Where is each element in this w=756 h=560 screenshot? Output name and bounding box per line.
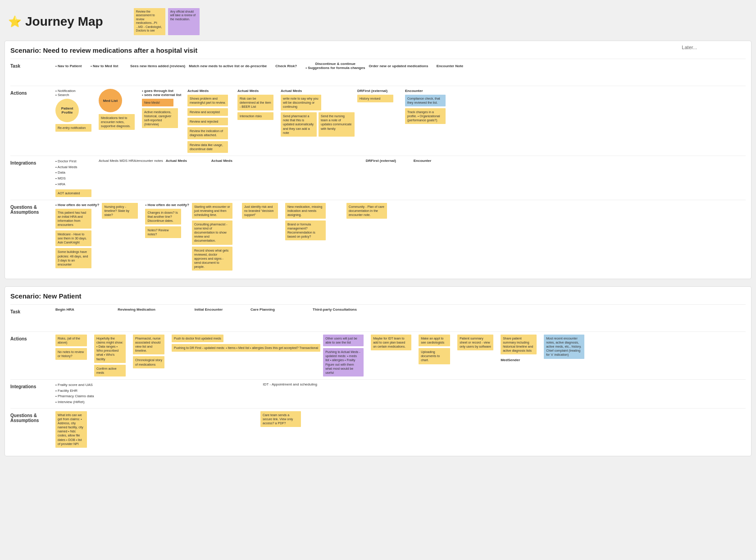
actions-col-match-meds: Actual Meds Shows problem and meaningful… bbox=[187, 89, 235, 153]
questions-row-1: Questions & Assumptions • How often do w… bbox=[10, 200, 746, 273]
task-content-1: • Nav to Patient • Nav to Med list Sees … bbox=[55, 62, 746, 70]
task-content-2: Begin HRA Reviewing Medication Initial E… bbox=[55, 308, 746, 312]
q-col-7: Community - Plan of care documentation i… bbox=[346, 203, 392, 219]
sticky-aot: AOT automated bbox=[55, 189, 91, 197]
q2-col-6: Care team sends a secure link. View only… bbox=[260, 411, 305, 427]
sticky-patient-hra: This patient has had an initial HRA and … bbox=[55, 209, 91, 229]
sticky-make-appt: Make an appt to see cardiologists bbox=[419, 335, 450, 346]
task2-item: Initial Encounter bbox=[182, 308, 236, 312]
q-text-3: • How often do we notify? bbox=[145, 203, 189, 207]
sticky-starting: Starting with encounter or just reviewin… bbox=[192, 203, 232, 219]
act2-col-third2: Patient summary sheet or record - view o… bbox=[457, 335, 498, 350]
actions-label-1: Actions bbox=[10, 89, 55, 96]
q-col-3: • How often do we notify? Changes in dos… bbox=[145, 203, 189, 238]
col-header: Actual Meds bbox=[187, 89, 209, 93]
actions-col-nav-patient: • Notification• Search Patient Profile R… bbox=[55, 89, 96, 132]
task2-item: Reviewing Medication bbox=[96, 308, 177, 312]
sticky-uploading: Uploading documents to chart. bbox=[419, 348, 450, 364]
scenario-2-title: Scenario: New Patient bbox=[10, 292, 746, 300]
sticky-review-diagnosis: Review the indication of diagnosis attac… bbox=[187, 127, 228, 139]
scenario-1: Scenario: Need to review medications aft… bbox=[5, 41, 751, 279]
int-text-8: Encounter bbox=[414, 159, 432, 163]
sticky-buildings: Some buildings have policies: 48 days, a… bbox=[55, 248, 91, 268]
task-item: Sees new items added (reviews) bbox=[130, 64, 185, 68]
int-text-2: Actual Meds MDS HRA/encounter notes bbox=[99, 159, 163, 163]
q-col-4: Starting with encounter or just reviewin… bbox=[192, 203, 239, 271]
sticky-active-meds: Active medications, historical, caregive… bbox=[142, 108, 178, 128]
header-sticky-1: Review the assessment to review medicati… bbox=[134, 8, 165, 35]
sticky-claims: Hopefully the claims might show: • Data … bbox=[94, 335, 126, 363]
q-col-2: Nursing policy - timeline? State by stat… bbox=[102, 203, 142, 219]
task2-item: Care Planning bbox=[240, 308, 285, 312]
questions-row-2: Questions & Assumptions What info can we… bbox=[10, 408, 746, 450]
sticky-track-changes: Track changes in a profile. • Organizati… bbox=[405, 108, 446, 124]
col-header: Actual Meds bbox=[237, 89, 259, 93]
sticky-confirm-active: Confirm active meds bbox=[94, 365, 126, 376]
int2-list-1: Frailty score and UAS Facility EHR Pharm… bbox=[55, 382, 94, 405]
act2-col-third4: Most recent encounter notes, active diag… bbox=[544, 335, 589, 358]
questions-content-1: • How often do we notify? This patient h… bbox=[55, 203, 746, 271]
page: ⭐ Journey Map Review the assessment to r… bbox=[0, 0, 756, 560]
sticky-consulting: Consulting pharmacist - some kind of doc… bbox=[192, 220, 232, 244]
actions-col-check-risk: Actual Meds Risk can be determined at th… bbox=[237, 89, 278, 120]
actions-col-discontinue: Actual Meds write note to say why you wi… bbox=[281, 89, 355, 137]
task-item: Match new meds to active list or de-pres… bbox=[189, 64, 267, 68]
task-label-2: Task bbox=[10, 308, 55, 314]
sticky-new-med-missing: New medication, missing indication and n… bbox=[285, 203, 326, 219]
act2-col-care-planning: Maybe for IDT team to add to care plan b… bbox=[371, 335, 416, 350]
integrations-row-2: Integrations Frailty score and UAS Facil… bbox=[10, 379, 746, 408]
act2-col-third1: Make an appt to see cardiologists Upload… bbox=[419, 335, 455, 364]
act2-col-rev3: Push to doctor first updated meds Pushin… bbox=[172, 335, 320, 352]
actions-col-encounter-note: Encounter Compliance check, that they re… bbox=[405, 89, 450, 124]
sticky-identify-risk: Just identify risk and no branded "decis… bbox=[242, 203, 278, 219]
later-label: Later... bbox=[682, 45, 697, 50]
sticky-notes-review: Notes? Review notes? bbox=[145, 226, 181, 238]
questions-label-2: Questions & Assumptions bbox=[10, 411, 55, 423]
act2-col-rev1: Hopefully the claims might show: • Data … bbox=[94, 335, 130, 376]
sticky-idt-team: Maybe for IDT team to add to care plan b… bbox=[371, 335, 411, 350]
sticky-risks-above: Risks, (all of the above) bbox=[55, 335, 87, 346]
discontinue-stickies: Send pharmacist a note that this is upda… bbox=[281, 112, 355, 136]
scenario-2: Scenario: New Patient Task Begin HRA Rev… bbox=[5, 286, 751, 456]
integrations-label-1: Integrations bbox=[10, 159, 55, 165]
sticky-brand-formula: Brand or formula management? Recommendat… bbox=[285, 220, 326, 240]
sticky-other-users: Other users will just be able to see the… bbox=[323, 335, 364, 346]
col-text: • Notification• Search bbox=[55, 89, 76, 97]
actions-label-2: Actions bbox=[10, 335, 55, 341]
actions-content-2: Risks, (all of the above) No notes to re… bbox=[55, 335, 746, 376]
col-header: DRFirst (external) bbox=[357, 89, 387, 93]
integrations-content-2: Frailty score and UAS Facility EHR Pharm… bbox=[55, 382, 746, 405]
task-item: • Nav to Patient bbox=[55, 64, 87, 68]
int-col-7: DRFirst (external) bbox=[366, 159, 411, 163]
actions-col-nav-med: Med List Medications tied to encounter n… bbox=[99, 89, 139, 130]
q-col-5: Just identify risk and no branded "decis… bbox=[242, 203, 282, 219]
int-col-8: Encounter bbox=[414, 159, 459, 163]
sticky-history-revised: History revised bbox=[357, 95, 393, 102]
sticky-claims-info: What info can we get from claims: • Addr… bbox=[55, 411, 87, 448]
sticky-push-doctor: Push to doctor first updated meds bbox=[172, 335, 223, 342]
sticky-new-meds: New Meds! bbox=[142, 99, 173, 106]
questions-content-2: What info can we get from claims: • Addr… bbox=[55, 411, 746, 448]
sticky-no-notes: No notes to review or history? bbox=[55, 348, 87, 360]
header-sticky-2: Any official should will take a review o… bbox=[168, 8, 200, 35]
actions-col-order-meds: DRFirst (external) History revised bbox=[357, 89, 402, 102]
int-list-1: Doctor First Actual Meds Data MDS HRA bbox=[55, 159, 77, 188]
sticky-review-rejected: Review and rejected bbox=[187, 118, 228, 125]
task2-item: Begin HRA bbox=[55, 308, 91, 312]
sticky-medicare: Medicare - Have to see them in 30 days. … bbox=[55, 230, 91, 246]
act2-col-hra: Risks, (all of the above) No notes to re… bbox=[55, 335, 91, 360]
task-row-2: Task Begin HRA Reviewing Medication Init… bbox=[10, 304, 746, 331]
int-col-4: Actual Meds bbox=[211, 159, 259, 163]
sticky-pushing-actual: Pushing to Actual Meds - updated meds: •… bbox=[323, 348, 364, 376]
int-col-1: Doctor First Actual Meds Data MDS HRA AO… bbox=[55, 159, 96, 197]
act2-col-encounter: Other users will just be able to see the… bbox=[323, 335, 368, 376]
sticky-send-nursing: Send the nursing team a note of updates … bbox=[319, 112, 355, 136]
sticky-write-note: write note to say why you will be discon… bbox=[281, 95, 321, 110]
patient-profile-badge: Patient Profile bbox=[55, 99, 79, 122]
act2-col-rev2: Pharmacist, nurse associated should view… bbox=[133, 335, 169, 368]
integrations-label-2: Integrations bbox=[10, 382, 55, 389]
actions-row-2: Actions Risks, (all of the above) No not… bbox=[10, 331, 746, 379]
task-item: Discontinue & continue• Suggestions for … bbox=[305, 62, 365, 70]
page-title: Journey Map bbox=[25, 14, 103, 29]
med-list-badge: Med List bbox=[99, 89, 122, 112]
